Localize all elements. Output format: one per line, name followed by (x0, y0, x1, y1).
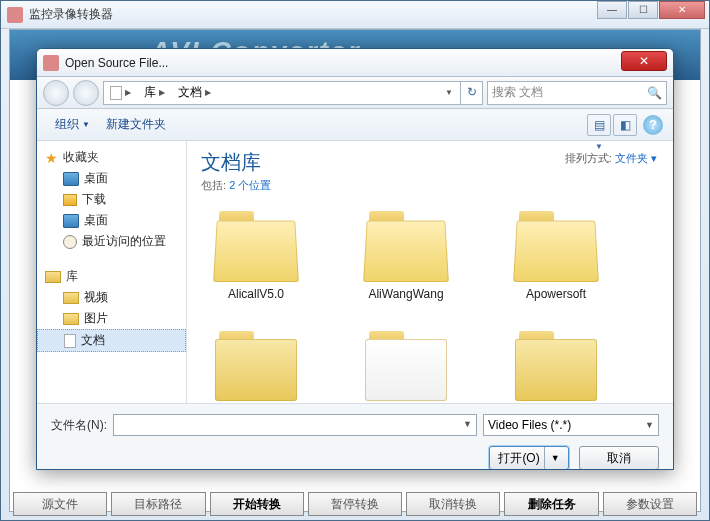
footer-delete[interactable]: 删除任务 (504, 492, 598, 516)
tree-recent[interactable]: 最近访问的位置 (37, 231, 186, 252)
library-icon (45, 271, 61, 283)
page-icon (110, 86, 122, 100)
breadcrumb-seg1[interactable]: 库▶ (138, 82, 172, 104)
search-icon: 🔍 (647, 86, 662, 100)
dialog-close-button[interactable]: ✕ (621, 51, 667, 71)
dialog-body: ★收藏夹 桌面 下载 桌面 最近访问的位置 库 视频 图片 文档 文档库 包括:… (37, 141, 673, 403)
footer-pause[interactable]: 暂停转换 (308, 492, 402, 516)
library-subtitle: 包括: 2 个位置 (201, 178, 271, 193)
folder-item[interactable] (201, 331, 311, 403)
parent-footer: 源文件 目标路径 开始转换 暂停转换 取消转换 删除任务 参数设置 (13, 492, 697, 516)
libraries-header[interactable]: 库 (37, 266, 186, 287)
folder-icon (211, 331, 301, 401)
video-lib-icon (63, 292, 79, 304)
search-input[interactable]: 搜索 文档 🔍 (487, 81, 667, 105)
tree-desktop-1[interactable]: 桌面 (37, 168, 186, 189)
folder-icon (511, 211, 601, 281)
footer-target[interactable]: 目标路径 (111, 492, 205, 516)
cancel-button[interactable]: 取消 (579, 446, 659, 470)
download-icon (63, 194, 77, 206)
close-button[interactable]: ✕ (659, 1, 705, 19)
folder-item[interactable]: AlicallV5.0 (201, 211, 311, 301)
folder-item[interactable]: AliWangWang (351, 211, 461, 301)
file-type-filter[interactable]: Video Files (*.*)▼ (483, 414, 659, 436)
sort-row: 排列方式: 文件夹 ▾ (565, 151, 657, 166)
refresh-button[interactable]: ↻ (460, 81, 482, 105)
dialog-titlebar: Open Source File... (37, 49, 673, 77)
tree-downloads[interactable]: 下载 (37, 189, 186, 210)
picture-lib-icon (63, 313, 79, 325)
tree-desktop-2[interactable]: 桌面 (37, 210, 186, 231)
organize-menu[interactable]: 组织 ▼ (47, 112, 98, 137)
clock-icon (63, 235, 77, 249)
dialog-title: Open Source File... (65, 56, 667, 70)
breadcrumb-root[interactable]: ▶ (104, 82, 138, 104)
tree-documents[interactable]: 文档 (37, 329, 186, 352)
open-button[interactable]: 打开(O) ▼ (489, 446, 569, 470)
content-pane: 文档库 包括: 2 个位置 排列方式: 文件夹 ▾ AlicallV5.0 Al… (187, 141, 673, 403)
document-lib-icon (64, 334, 76, 348)
folder-icon (511, 331, 601, 401)
folder-icon (361, 331, 451, 401)
filename-input[interactable]: ▼ (113, 414, 477, 436)
footer-settings[interactable]: 参数设置 (603, 492, 697, 516)
maximize-button[interactable]: ☐ (628, 1, 658, 19)
monitor-icon (63, 214, 79, 228)
footer-cancel[interactable]: 取消转换 (406, 492, 500, 516)
sort-dropdown[interactable]: 文件夹 ▾ (615, 152, 657, 164)
footer-start[interactable]: 开始转换 (210, 492, 304, 516)
breadcrumb-dropdown[interactable]: ▼ (439, 82, 460, 104)
nav-row: ▶ 库▶ 文档▶ ▼ ↻ 搜索 文档 🔍 (37, 77, 673, 109)
nav-back-button[interactable] (43, 80, 69, 106)
library-title: 文档库 (201, 149, 271, 176)
star-icon: ★ (45, 150, 58, 166)
toolbar: 组织 ▼ 新建文件夹 ▤ ▼ ◧ ? (37, 109, 673, 141)
folder-grid: AlicallV5.0 AliWangWang Apowersoft (201, 211, 659, 403)
breadcrumb[interactable]: ▶ 库▶ 文档▶ ▼ ↻ (103, 81, 483, 105)
dialog-icon (43, 55, 59, 71)
folder-icon (361, 211, 451, 281)
nav-tree: ★收藏夹 桌面 下载 桌面 最近访问的位置 库 视频 图片 文档 (37, 141, 187, 403)
locations-link[interactable]: 2 个位置 (229, 179, 271, 191)
new-folder-button[interactable]: 新建文件夹 (98, 112, 174, 137)
search-placeholder: 搜索 文档 (492, 84, 543, 101)
folder-item[interactable] (351, 331, 461, 403)
favorites-header[interactable]: ★收藏夹 (37, 147, 186, 168)
folder-item[interactable] (501, 331, 611, 403)
app-icon (7, 7, 23, 23)
open-file-dialog: Open Source File... ✕ ▶ 库▶ 文档▶ ▼ ↻ 搜索 文档… (36, 48, 674, 470)
help-button[interactable]: ? (643, 115, 663, 135)
dialog-bottom: 文件名(N): ▼ Video Files (*.*)▼ 打开(O) ▼ 取消 (37, 403, 673, 470)
footer-source[interactable]: 源文件 (13, 492, 107, 516)
filename-label: 文件名(N): (51, 417, 107, 434)
folder-icon (211, 211, 301, 281)
preview-pane-button[interactable]: ◧ (613, 114, 637, 136)
parent-titlebar: 监控录像转换器 — ☐ ✕ (1, 1, 709, 29)
minimize-button[interactable]: — (597, 1, 627, 19)
tree-pictures[interactable]: 图片 (37, 308, 186, 329)
monitor-icon (63, 172, 79, 186)
breadcrumb-seg2[interactable]: 文档▶ (172, 82, 218, 104)
view-mode-button[interactable]: ▤ ▼ (587, 114, 611, 136)
tree-videos[interactable]: 视频 (37, 287, 186, 308)
nav-forward-button[interactable] (73, 80, 99, 106)
folder-item[interactable]: Apowersoft (501, 211, 611, 301)
